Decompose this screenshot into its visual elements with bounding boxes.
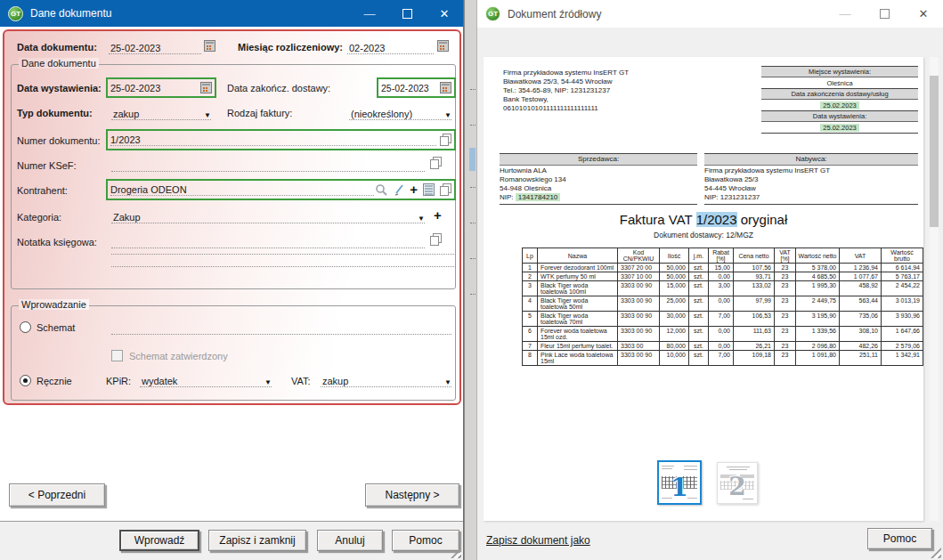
pomoc-button[interactable]: Pomoc [867, 528, 932, 549]
wprowadz-button[interactable]: Wprowadź [119, 530, 199, 551]
calendar-icon[interactable] [440, 82, 451, 93]
background-scrollbar-fragment [469, 148, 476, 171]
minimize-icon[interactable]: — [351, 0, 388, 27]
meta-label: Data wystawienia: [761, 111, 918, 122]
edit-pencil-icon[interactable] [394, 183, 405, 196]
typ-dokumentu-dropdown[interactable]: zakup ▼ [111, 104, 211, 120]
chevron-down-icon[interactable]: ▼ [418, 215, 425, 223]
cell: 563,44 [840, 296, 882, 312]
background-window-sliver [464, 0, 476, 560]
pomoc-button[interactable]: Pomoc [392, 530, 459, 551]
table-row: 3Black Tiger woda toaletowa 100ml3303 00… [523, 281, 923, 296]
cell: 23 [775, 296, 796, 312]
chevron-down-icon[interactable]: ▼ [264, 378, 272, 386]
rodzaj-faktury-label: Rodzaj faktury: [227, 108, 292, 118]
cell: 107,56 [734, 264, 775, 272]
kpir-label: KPiR: [106, 376, 131, 386]
calendar-icon[interactable] [200, 82, 212, 93]
insert-gt-app-icon: GT [8, 6, 23, 21]
scrollbar-thumb[interactable] [930, 76, 939, 227]
right-titlebar[interactable]: GT Dokument źródłowy — ✕ [477, 0, 943, 28]
cell: 8 [523, 351, 538, 366]
cell: 80,000 [660, 342, 689, 351]
notatka-line-2[interactable] [111, 254, 456, 255]
copy-icon[interactable] [430, 233, 442, 246]
miesiac-field[interactable]: 02-2023 [347, 38, 434, 54]
schemat-zatwierdzony-checkbox[interactable] [111, 350, 123, 361]
buyer-nip: 1231231237 [720, 193, 760, 201]
zapisz-i-zamknij-button[interactable]: Zapisz i zamknij [208, 530, 306, 551]
numer-ksef-field[interactable] [111, 156, 425, 172]
recznie-radio[interactable] [20, 375, 31, 386]
data-wystawienia-label: Data wystawienia: [17, 83, 102, 93]
notatka-line-3[interactable] [111, 266, 456, 267]
column-header: j.m. [689, 248, 709, 264]
maximize-icon[interactable] [865, 0, 904, 28]
cell: 2 096,80 [796, 342, 840, 351]
data-zakoncz-field[interactable]: 25-02-2023 [377, 77, 456, 98]
add-icon[interactable]: + [410, 184, 418, 195]
typ-dokumentu-label: Typ dokumentu: [17, 108, 93, 118]
close-icon[interactable]: ✕ [426, 0, 463, 27]
previous-button[interactable]: < Poprzedni [9, 483, 105, 507]
save-document-as-link[interactable]: Zapisz dokument jako [486, 534, 590, 547]
cell: 2 449,75 [796, 296, 840, 312]
kategoria-dropdown[interactable]: Zakup ▼ [111, 207, 425, 223]
column-header: Lp [523, 248, 538, 264]
schemat-radio[interactable] [20, 321, 31, 333]
kontrahent-field[interactable]: Drogeria ODEON + [106, 179, 456, 200]
calendar-icon[interactable] [204, 40, 215, 52]
data-wystawienia-field[interactable]: 25-02-2023 [106, 77, 216, 98]
column-header: Nazwa [538, 248, 618, 264]
cell: 10,000 [660, 351, 689, 366]
copy-icon[interactable] [430, 157, 442, 169]
maximize-icon[interactable] [388, 0, 426, 27]
cell: 482,26 [840, 342, 882, 351]
cell: 12,000 [660, 327, 689, 342]
schemat-field[interactable] [111, 334, 451, 335]
issuer-line: Bławatkowa 25/3, 54-445 Wrocław [503, 77, 629, 86]
numer-dokumentu-field[interactable]: 1/2023 [106, 129, 456, 150]
table-row: 7Fleur 15ml perfumy toalet.3303 0080,000… [523, 342, 923, 351]
search-icon[interactable] [375, 183, 388, 196]
thumbnail-1-number: 1 [659, 473, 700, 502]
minimize-icon[interactable]: — [825, 0, 865, 28]
seller-header: Sprzedawca: [500, 153, 697, 166]
next-button[interactable]: Następny > [365, 483, 459, 507]
page-thumbnail-1[interactable]: 1 [657, 460, 702, 505]
chevron-down-icon[interactable]: ▼ [204, 111, 211, 119]
rodzaj-faktury-dropdown[interactable]: (nieokreślony) ▼ [349, 104, 451, 120]
cell: 50,000 [660, 272, 689, 281]
chevron-down-icon[interactable]: ▼ [444, 111, 451, 119]
left-titlebar[interactable]: GT Dane dokumentu — ✕ [0, 0, 463, 27]
kpir-dropdown[interactable]: wydatek ▼ [140, 371, 272, 387]
miesiac-label: Miesiąc rozliczeniowy: [238, 42, 343, 53]
seller-line: Hurtownia ALA [500, 166, 697, 175]
preview-scrollbar[interactable] [930, 57, 939, 521]
buyer-line: Firma przykładowa systemu InsERT GT [704, 166, 918, 175]
cell: szt. [689, 264, 709, 272]
data-dokumentu-field[interactable]: 25-02-2023 [109, 38, 201, 54]
close-icon[interactable]: ✕ [904, 0, 943, 28]
add-category-icon[interactable]: + [434, 210, 442, 221]
cell: 1 236,94 [840, 264, 882, 272]
list-icon[interactable] [423, 183, 435, 196]
copy-icon[interactable] [440, 134, 451, 146]
cell: 3303 00 90 [618, 296, 660, 312]
page-thumbnail-2[interactable]: 2 [717, 462, 758, 504]
kontrahent-value: Drogeria ODEON [110, 184, 375, 195]
table-row: 6Forever woda toaletowa 15ml ozd.3303 00… [523, 327, 923, 342]
copy-icon[interactable] [440, 183, 451, 196]
numer-dokumentu-label: Numer dokumentu: [17, 135, 101, 146]
notatka-field[interactable] [111, 232, 425, 248]
anuluj-button[interactable]: Anuluj [317, 530, 383, 551]
numer-dokumentu-value: 1/2023 [110, 134, 440, 145]
cell: 3 013,19 [882, 296, 923, 312]
cell: 93,71 [734, 272, 775, 281]
cell: Fleur 15ml perfumy toalet. [538, 342, 618, 351]
chevron-down-icon[interactable]: ▼ [444, 378, 451, 386]
cell: 7,00 [709, 312, 734, 327]
issuer-line: 06101010101111111111111111 [503, 104, 629, 113]
calendar-icon[interactable] [437, 40, 449, 52]
vat-dropdown[interactable]: zakup ▼ [321, 371, 451, 387]
